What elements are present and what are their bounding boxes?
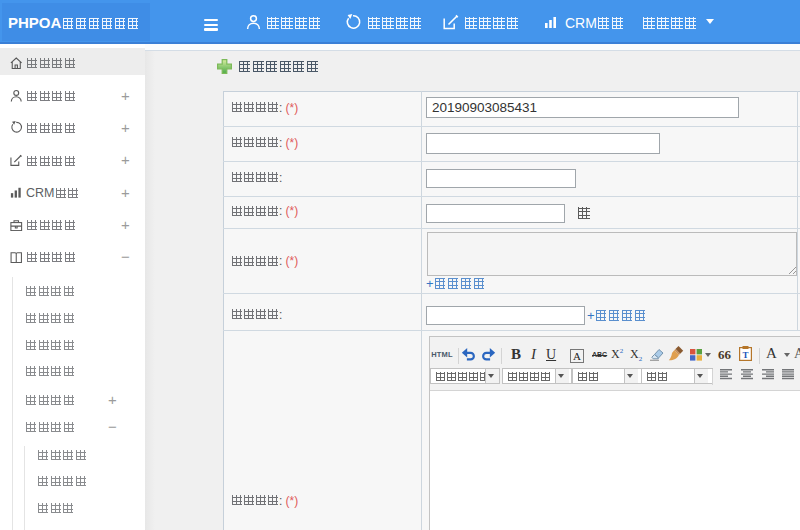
svg-text:T: T	[742, 350, 748, 360]
